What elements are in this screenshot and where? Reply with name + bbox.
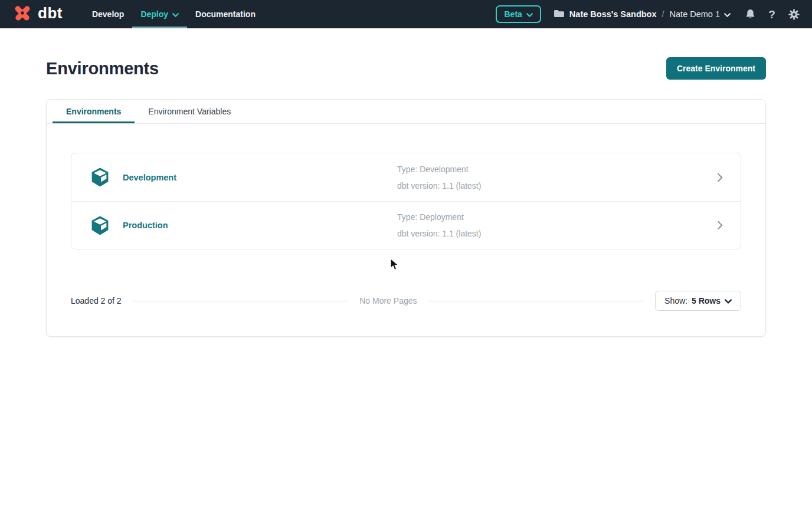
- beta-dropdown-button[interactable]: Beta: [496, 5, 541, 23]
- environment-version: dbt version: 1.1 (latest): [397, 225, 481, 242]
- pagination-footer: Loaded 2 of 2 No More Pages Show: 5 Rows: [71, 291, 741, 311]
- beta-label: Beta: [504, 9, 522, 19]
- nav-item-deploy[interactable]: Deploy: [132, 0, 187, 28]
- primary-nav: Develop Deploy Documentation: [84, 0, 264, 28]
- tab-environment-variables-label: Environment Variables: [148, 107, 231, 116]
- chevron-down-icon: [724, 9, 731, 19]
- dbt-logo-icon: [12, 2, 33, 26]
- help-glyph: ?: [768, 9, 775, 20]
- folder-icon: [554, 9, 564, 19]
- bell-icon[interactable]: [744, 8, 757, 21]
- environment-name: Development: [123, 173, 176, 182]
- chevron-right-icon: [718, 221, 723, 229]
- nav-deploy-label: Deploy: [140, 9, 168, 19]
- environment-type: Type: Deployment: [397, 209, 481, 225]
- breadcrumb-account[interactable]: Nate Boss's Sandbox: [569, 9, 657, 19]
- divider-line: [132, 301, 349, 301]
- environment-info: Type: Development dbt version: 1.1 (late…: [397, 161, 481, 194]
- tab-environments[interactable]: Environments: [53, 100, 135, 123]
- show-label: Show:: [664, 296, 687, 305]
- tab-environment-variables[interactable]: Environment Variables: [135, 100, 244, 123]
- chevron-down-icon: [725, 296, 732, 305]
- nav-item-develop[interactable]: Develop: [84, 0, 132, 28]
- help-icon[interactable]: ?: [765, 8, 778, 21]
- show-value: 5 Rows: [692, 296, 721, 305]
- environment-list: Development Type: Development dbt versio…: [71, 153, 741, 249]
- loaded-count: Loaded 2 of 2: [71, 296, 122, 305]
- page-title: Environments: [46, 59, 159, 78]
- environment-version: dbt version: 1.1 (latest): [397, 178, 481, 194]
- page-content: Environments Create Environment Environm…: [0, 57, 812, 337]
- breadcrumb-project-label: Nate Demo 1: [670, 9, 720, 19]
- tab-bar: Environments Environment Variables: [47, 100, 765, 124]
- environment-cube-icon: [89, 215, 111, 236]
- navbar-icons: ?: [744, 8, 800, 21]
- environment-info: Type: Deployment dbt version: 1.1 (lates…: [397, 209, 481, 242]
- divider-line: [428, 301, 645, 301]
- chevron-down-icon: [172, 9, 179, 19]
- chevron-down-icon: [526, 9, 533, 19]
- no-more-pages-label: No More Pages: [359, 296, 417, 305]
- gear-icon[interactable]: [787, 8, 800, 21]
- environment-row-development[interactable]: Development Type: Development dbt versio…: [71, 153, 741, 201]
- rows-per-page-dropdown[interactable]: Show: 5 Rows: [655, 291, 741, 311]
- breadcrumb: Nate Boss's Sandbox / Nate Demo 1: [554, 9, 731, 19]
- environment-row-production[interactable]: Production Type: Deployment dbt version:…: [71, 201, 741, 249]
- nav-item-documentation[interactable]: Documentation: [187, 0, 264, 28]
- environments-card: Environments Environment Variables Devel…: [46, 99, 766, 337]
- breadcrumb-separator: /: [662, 9, 664, 19]
- navbar-right: Beta Nate Boss's Sandbox / Nate Demo 1: [496, 0, 800, 28]
- environment-name: Production: [123, 221, 168, 230]
- dbt-logo[interactable]: dbt: [12, 0, 63, 28]
- top-navbar: dbt Develop Deploy Documentation Beta Na…: [0, 0, 812, 28]
- nav-develop-label: Develop: [92, 9, 124, 19]
- dbt-logo-text: dbt: [38, 5, 63, 23]
- create-environment-button[interactable]: Create Environment: [666, 57, 766, 80]
- breadcrumb-project-dropdown[interactable]: Nate Demo 1: [670, 9, 731, 19]
- page-header: Environments Create Environment: [46, 57, 766, 80]
- tab-environments-label: Environments: [66, 107, 121, 116]
- environment-cube-icon: [89, 166, 111, 188]
- nav-documentation-label: Documentation: [195, 9, 256, 19]
- environment-type: Type: Development: [397, 161, 481, 178]
- chevron-right-icon: [718, 173, 723, 182]
